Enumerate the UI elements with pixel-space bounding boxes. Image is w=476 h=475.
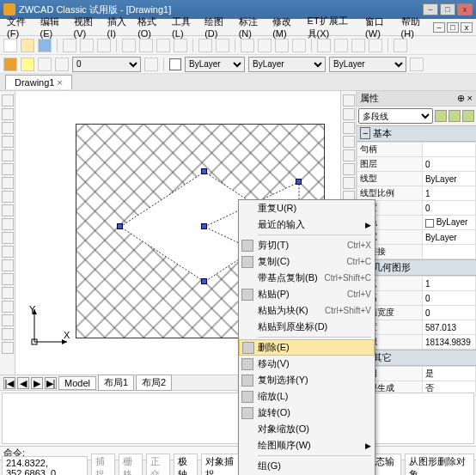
ctx-B[interactable]: 带基点复制(B)Ctrl+Shift+C [239, 270, 375, 286]
prop-row[interactable]: 图层0 [357, 157, 476, 172]
mirror-icon[interactable] [343, 122, 355, 134]
tab-nav-prev[interactable]: ◀ [17, 377, 29, 389]
copy2-icon[interactable] [343, 108, 355, 120]
polygon-icon[interactable] [2, 136, 14, 148]
menu-dimension[interactable]: 标注(N) [235, 14, 267, 40]
grip-point[interactable] [201, 168, 207, 174]
zoom-icon[interactable] [258, 39, 272, 52]
menu-window[interactable]: 窗口(W) [362, 14, 395, 40]
mtext-icon[interactable] [2, 342, 14, 354]
layer-icon[interactable] [3, 58, 17, 71]
polar-toggle[interactable]: 极轴 [174, 454, 198, 475]
cut-icon[interactable] [122, 39, 136, 52]
designcenter-icon[interactable] [334, 39, 348, 52]
maximize-button[interactable]: □ [440, 3, 455, 15]
zoom-window-icon[interactable] [275, 39, 289, 52]
redo-icon[interactable] [216, 39, 229, 52]
menu-modify[interactable]: 修改(M) [269, 14, 302, 40]
paste-icon[interactable] [156, 39, 170, 52]
ctx-O[interactable]: 旋转(O) [239, 405, 375, 421]
undo-icon[interactable] [198, 39, 212, 52]
move-icon[interactable] [343, 163, 355, 175]
line-icon[interactable] [2, 94, 14, 107]
snap-toggle[interactable]: 捕捉 [91, 454, 115, 475]
layer-select[interactable]: 0 [72, 57, 141, 72]
ctx-O[interactable]: 对象缩放(O) [239, 421, 375, 437]
calc-icon[interactable] [369, 39, 382, 52]
gradient-icon[interactable] [2, 301, 14, 313]
grip-point[interactable] [296, 179, 302, 185]
prop-selectobj-icon[interactable] [462, 110, 474, 122]
ctx-Y[interactable]: 复制选择(Y) [239, 372, 375, 388]
prop-pickadd-icon[interactable] [449, 110, 461, 122]
lineweight-select[interactable]: ByLayer [329, 57, 406, 72]
properties-icon[interactable] [317, 39, 331, 52]
prop-close-icon[interactable]: × [467, 93, 473, 103]
prop-row[interactable]: 线型比例1 [357, 186, 476, 201]
ellipse-icon[interactable] [2, 218, 14, 230]
ctx-[interactable]: 最近的输入▶ [239, 216, 375, 233]
tab-nav-last[interactable]: ▶| [45, 377, 57, 389]
plot-icon[interactable] [63, 39, 76, 52]
menu-insert[interactable]: 插入(I) [104, 14, 133, 40]
grip-point[interactable] [117, 223, 123, 229]
help-icon[interactable] [394, 39, 407, 52]
tab-nav-next[interactable]: ▶ [31, 377, 43, 389]
arc-icon[interactable] [2, 163, 14, 175]
array-icon[interactable] [343, 149, 355, 161]
erase-icon[interactable] [343, 94, 355, 107]
preview-icon[interactable] [80, 39, 94, 52]
color-select[interactable]: ByLayer [185, 57, 245, 72]
prop-pin-icon[interactable]: ⊕ [457, 93, 465, 103]
revcloud-icon[interactable] [2, 191, 14, 203]
point-icon[interactable] [2, 273, 14, 285]
region-icon[interactable] [2, 314, 14, 326]
ctx-W[interactable]: 绘图顺序(W)▶ [239, 437, 375, 454]
insert-icon[interactable] [2, 246, 14, 258]
ctx-E[interactable]: 删除(E) [239, 339, 375, 356]
circle-icon[interactable] [2, 177, 14, 189]
doc-close-button[interactable]: x [461, 22, 473, 33]
menu-file[interactable]: 文件(F) [3, 14, 35, 40]
freeze-icon[interactable] [38, 58, 52, 71]
plotstyle-icon[interactable] [410, 58, 424, 71]
linetype-select[interactable]: ByLayer [248, 57, 326, 72]
pline-icon[interactable] [2, 122, 14, 134]
ctx-G[interactable]: 组(G) [239, 458, 375, 474]
doc-tab-drawing1[interactable]: Drawing1 × [5, 75, 72, 89]
prop-row[interactable]: 句柄 [357, 143, 476, 157]
prop-quickselect-icon[interactable] [435, 110, 447, 122]
grip-point[interactable] [201, 278, 207, 284]
osnap-toggle[interactable]: 对象捕捉 [201, 454, 241, 475]
doc-min-button[interactable]: – [433, 22, 445, 33]
ctx-L[interactable]: 缩放(L) [239, 388, 375, 405]
lock-icon[interactable] [55, 58, 69, 71]
ellipsearc-icon[interactable] [2, 232, 14, 244]
ctx-K[interactable]: 粘贴为块(K)Ctrl+Shift+V [239, 302, 375, 319]
prop-row[interactable]: 线型ByLayer [357, 172, 476, 186]
tab-layout2[interactable]: 布局2 [136, 375, 172, 391]
toolpalette-icon[interactable] [351, 39, 365, 52]
open-icon[interactable] [21, 39, 34, 52]
color-swatch[interactable] [169, 58, 181, 70]
matchprop-icon[interactable] [174, 39, 187, 52]
rectangle-icon[interactable] [2, 149, 14, 161]
tab-model[interactable]: Model [58, 376, 96, 390]
tab-nav-first[interactable]: |◀ [3, 377, 15, 389]
hatch-icon[interactable] [2, 287, 14, 299]
zoom-prev-icon[interactable] [292, 39, 306, 52]
ctx-UR[interactable]: 重复U(R) [239, 200, 375, 216]
coord-display[interactable]: 214.8322, 352.6863, 0 [2, 456, 88, 475]
menu-edit[interactable]: 编辑(E) [37, 14, 69, 40]
prop-group-basic[interactable]: − 基本 [357, 125, 476, 142]
xline-icon[interactable] [2, 108, 14, 120]
menu-draw[interactable]: 绘图(D) [201, 14, 233, 40]
menu-et[interactable]: ET扩展工具(X) [304, 13, 361, 42]
grid-toggle[interactable]: 栅格 [119, 454, 143, 475]
menu-view[interactable]: 视图(V) [70, 14, 102, 40]
new-icon[interactable] [3, 39, 17, 52]
pan-icon[interactable] [241, 39, 254, 52]
menu-format[interactable]: 格式(O) [134, 14, 167, 40]
ctx-D[interactable]: 粘贴到原坐标(D) [239, 319, 375, 335]
layerstate-icon[interactable] [144, 58, 158, 71]
